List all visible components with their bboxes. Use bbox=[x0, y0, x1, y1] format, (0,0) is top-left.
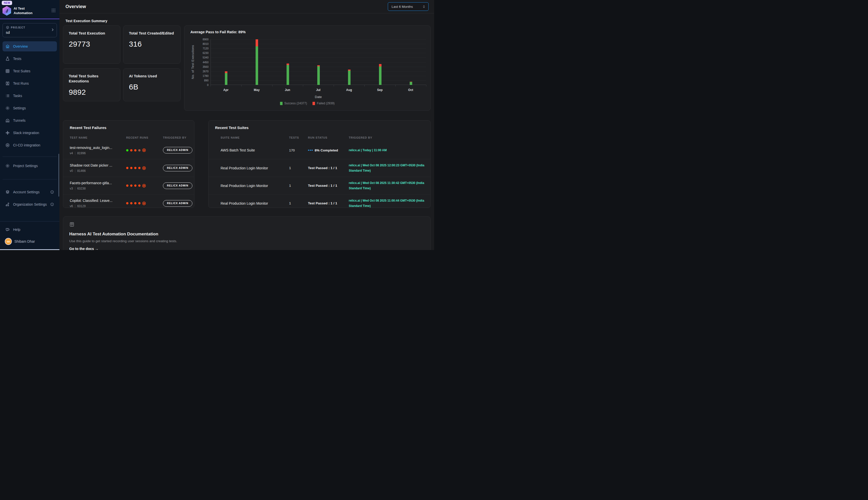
project-label: PROJECT bbox=[11, 26, 25, 29]
run-status-dot-red[interactable] bbox=[126, 167, 128, 169]
test-version-id: v663129 bbox=[70, 204, 126, 208]
chart-gridline bbox=[211, 62, 426, 62]
run-status-dot-red[interactable] bbox=[126, 184, 128, 187]
run-status-dot-red[interactable] bbox=[134, 202, 137, 204]
main-area: Overview Last 6 Months Test Execution Su… bbox=[59, 0, 434, 250]
chart-x-tick-label: Jun bbox=[278, 88, 298, 92]
run-status-dot-red[interactable] bbox=[134, 167, 137, 169]
run-status-dot-red[interactable] bbox=[134, 149, 137, 151]
table-row[interactable]: Facets-performance-gitla...v363238RELICX… bbox=[63, 177, 194, 194]
run-status-dot-red[interactable] bbox=[138, 184, 141, 187]
info-icon[interactable] bbox=[50, 190, 54, 194]
sidebar-item-organization-settings[interactable]: Organization Settings bbox=[2, 199, 57, 209]
sidebar-item-overview[interactable]: Overview bbox=[2, 41, 57, 52]
triggered-by-button[interactable]: RELICX ADMIN bbox=[163, 200, 192, 207]
sidebar-item-help[interactable]: ? Help bbox=[2, 225, 57, 235]
table-row[interactable]: test-removing_auto_login...v481996RELICX… bbox=[63, 141, 194, 159]
brand-header: NEW AI Test Automation bbox=[0, 0, 59, 19]
triggered-by-button[interactable]: RELICX ADMIN bbox=[163, 182, 192, 189]
triggered-by-button[interactable]: RELICX ADMIN bbox=[163, 147, 192, 154]
sidebar-item-test-runs[interactable]: Test Runs bbox=[2, 78, 57, 89]
user-menu[interactable]: SD Shibam Dhar bbox=[2, 237, 57, 246]
cicd-icon bbox=[5, 143, 10, 147]
docs-subtitle: Use this guide to get started recording … bbox=[69, 239, 424, 243]
sidebar-item-label: Settings bbox=[13, 106, 54, 110]
run-status-dot-red[interactable] bbox=[130, 184, 132, 187]
sidebar-item-test-suites[interactable]: Test Suites bbox=[2, 66, 57, 76]
table-row[interactable]: Real Production Login Monitor1Test Passe… bbox=[209, 177, 430, 194]
triggered-by-cell: RELICX ADMIN bbox=[163, 182, 192, 189]
table-row[interactable]: Shadow root Date picker ...v081466RELICX… bbox=[63, 159, 194, 177]
test-version: v3 bbox=[70, 187, 73, 190]
table-row[interactable]: Real Production Login Monitor1Test Passe… bbox=[209, 159, 430, 177]
stat-card-value: 316 bbox=[129, 40, 175, 48]
sidebar-item-account-settings[interactable]: Account Settings bbox=[2, 187, 57, 197]
sidebar-item-project-settings[interactable]: Project Settings bbox=[2, 161, 57, 171]
test-run-id: 81996 bbox=[77, 151, 86, 155]
sidebar-item-tasks[interactable]: Tasks bbox=[2, 91, 57, 101]
bar-success-oct bbox=[410, 82, 412, 85]
suite-name: Real Production Login Monitor bbox=[221, 201, 289, 205]
run-status-text: 8% Completed bbox=[315, 148, 338, 152]
run-status-dot-red[interactable] bbox=[126, 202, 128, 204]
run-status-target-icon[interactable] bbox=[142, 166, 146, 170]
run-status-dot-red[interactable] bbox=[130, 167, 132, 169]
test-run-id: 63129 bbox=[77, 204, 86, 208]
sidebar-item-tests[interactable]: Tests bbox=[2, 54, 57, 64]
project-cube-icon bbox=[6, 26, 9, 29]
run-status-target-icon[interactable] bbox=[142, 148, 146, 152]
column-header-test-name: TEST NAME bbox=[70, 136, 126, 139]
info-icon[interactable] bbox=[50, 202, 54, 206]
triggered-by-button[interactable]: RELICX ADMIN bbox=[163, 165, 192, 171]
test-name: test-removing_auto_login... bbox=[70, 146, 126, 150]
stat-card-value: 29773 bbox=[69, 40, 115, 48]
suite-name: Real Production Login Monitor bbox=[221, 184, 289, 188]
table-row[interactable]: AWS Batch Test Suite1708% Completedrelic… bbox=[209, 141, 430, 159]
run-status-dot-red[interactable] bbox=[130, 202, 132, 204]
main-header: Overview Last 6 Months bbox=[59, 0, 434, 13]
table-row[interactable]: Real Production Login Monitor1Test Passe… bbox=[209, 194, 430, 208]
test-name: Shadow root Date picker ... bbox=[70, 163, 126, 167]
chart-y-tick-label: 890 bbox=[184, 79, 209, 82]
recent-test-failures-card: Recent Test Failures TEST NAMERECENT RUN… bbox=[63, 120, 195, 208]
run-status-dot-red[interactable] bbox=[138, 202, 141, 204]
bar-failed-jul bbox=[317, 65, 320, 66]
sidebar-footer: ? Help SD Shibam Dhar bbox=[0, 221, 59, 250]
chart-gridline bbox=[211, 57, 426, 58]
gear-icon bbox=[5, 106, 10, 110]
run-status-target-icon[interactable] bbox=[142, 202, 146, 205]
bar-success-apr bbox=[225, 73, 227, 85]
run-status-dot-green[interactable] bbox=[126, 149, 128, 151]
chevron-updown-icon bbox=[422, 5, 426, 9]
run-status-target-icon[interactable] bbox=[142, 184, 146, 188]
running-dots-icon bbox=[308, 150, 313, 151]
app-switcher-icon[interactable] bbox=[51, 8, 56, 14]
date-range-select[interactable]: Last 6 Months bbox=[388, 2, 429, 11]
sidebar-item-tunnels[interactable]: Tunnels bbox=[2, 115, 57, 125]
table-row[interactable]: Copilot: Classified: Leave...v663129RELI… bbox=[63, 194, 194, 208]
project-selector[interactable]: PROJECT sd bbox=[2, 23, 57, 37]
sidebar-item-slack-integration[interactable]: Slack integration bbox=[2, 128, 57, 138]
run-status-dot-red[interactable] bbox=[130, 149, 132, 151]
sidebar-scrollbar[interactable] bbox=[58, 154, 59, 196]
run-status-dot-red[interactable] bbox=[134, 184, 137, 187]
go-to-docs-link[interactable]: Go to the docs → bbox=[69, 247, 98, 250]
test-name: Copilot: Classified: Leave... bbox=[70, 198, 126, 203]
run-status-dot-brown[interactable] bbox=[138, 149, 141, 151]
section-title: Test Execution Summary bbox=[66, 19, 428, 23]
home-icon bbox=[5, 44, 10, 49]
stat-card-ai-tokens-used: AI Tokens Used6B bbox=[123, 68, 180, 101]
run-status-dot-red[interactable] bbox=[138, 167, 141, 169]
app-window: NEW AI Test Automation PROJECT bbox=[0, 0, 434, 250]
bar-failed-oct bbox=[410, 82, 412, 82]
sidebar-item-ci-cd-integration[interactable]: CI-CD integration bbox=[2, 140, 57, 150]
chart-y-tick-label: 2670 bbox=[184, 70, 209, 73]
chart-x-axis-title: Date bbox=[315, 95, 321, 99]
sidebar-item-label: Tunnels bbox=[13, 118, 54, 123]
chart-y-tick-label: 4450 bbox=[184, 61, 209, 64]
column-header-recent-runs: RECENT RUNS bbox=[126, 136, 163, 139]
recent-test-suites-card: Recent Test Suites SUITE NAMETESTSRUN ST… bbox=[208, 120, 431, 208]
sidebar: NEW AI Test Automation PROJECT bbox=[0, 0, 59, 250]
stat-card-total-test-created-edited: Total Test Created/Edited316 bbox=[123, 25, 180, 64]
sidebar-item-settings[interactable]: Settings bbox=[2, 103, 57, 113]
